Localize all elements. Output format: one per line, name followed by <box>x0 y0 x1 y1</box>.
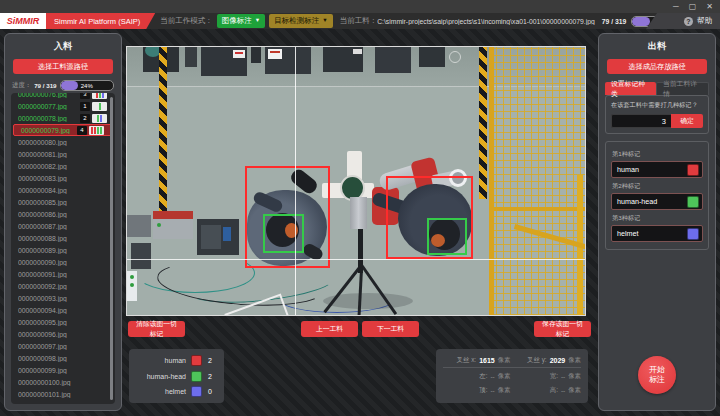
file-list-item[interactable]: 0000000078.jpg 2 <box>11 112 115 124</box>
file-list-item[interactable]: 0000000080.jpg <box>11 136 115 148</box>
legend-count: 2 <box>202 373 218 380</box>
box-height-value: -- <box>561 387 565 394</box>
mark-1-color-swatch[interactable] <box>687 164 699 176</box>
box-left-value: -- <box>490 373 494 380</box>
mark-3-name-input[interactable]: helmet <box>617 229 687 238</box>
mark-count-input[interactable]: 3 <box>611 114 671 128</box>
mark-2-name-input[interactable]: human-head <box>617 197 687 206</box>
file-name: 0000000077.jpg <box>18 103 80 110</box>
mark-3-label: 第3种标记 <box>612 214 702 223</box>
file-list-item[interactable]: 0000000098.jpg <box>11 352 115 364</box>
file-list-item[interactable]: 0000000094.jpg <box>11 304 115 316</box>
mark-1-row: human <box>611 161 703 178</box>
file-list-scrollbar[interactable] <box>110 97 113 400</box>
box-left-label: 左: <box>479 372 487 381</box>
file-list-item[interactable]: 0000000077.jpg 1 <box>11 100 115 112</box>
maximize-icon[interactable]: ▢ <box>689 1 697 12</box>
chevron-down-icon: ▼ <box>322 18 327 24</box>
mark-types-group: 第1种标记 human 第2种标记 human-head 第3种标记 helme… <box>605 141 709 250</box>
file-name: 0000000081.jpg <box>18 151 107 158</box>
annotation-box-human-head[interactable] <box>263 214 304 253</box>
pixel-unit: 像素 <box>498 386 511 395</box>
file-list-item[interactable]: 0000000093.jpg <box>11 292 115 304</box>
crosshair-vertical-line <box>295 47 296 315</box>
legend-label: human-head <box>135 373 191 380</box>
incoming-panel: 入料 选择工料源路径 进度： 79 / 319 24% 0000000076.j… <box>4 33 122 411</box>
legend-count: 2 <box>202 357 218 364</box>
file-list-item[interactable]: 0000000086.jpg <box>11 208 115 220</box>
file-name: 0000000076.jpg <box>18 93 80 98</box>
legend-label: human <box>135 357 191 364</box>
file-list-item[interactable]: 0000000084.jpg <box>11 184 115 196</box>
label-color-swatch <box>191 386 202 397</box>
box-width-label: 宽: <box>550 372 558 381</box>
file-name: 0000000098.jpg <box>18 355 107 362</box>
annotation-box-human-head[interactable] <box>427 218 467 255</box>
confirm-button[interactable]: 确定 <box>671 114 703 128</box>
file-list-item[interactable]: 0000000082.jpg <box>11 160 115 172</box>
file-list-item[interactable]: 0000000088.jpg <box>11 232 115 244</box>
prev-item-button[interactable]: 上一工料 <box>301 321 358 337</box>
file-name: 0000000091.jpg <box>18 271 107 278</box>
save-marks-button[interactable]: 保存该图一切标记 <box>534 321 591 337</box>
mode-object-detection-dropdown[interactable]: 目标检测标注 ▼ <box>269 14 332 28</box>
file-name: 0000000095.jpg <box>18 319 107 326</box>
annotation-count-badge: 2 <box>80 114 90 123</box>
tab-current-item-details[interactable]: 当前工料详情 <box>656 82 709 95</box>
file-list-item[interactable]: 0000000099.jpg <box>11 364 115 376</box>
start-annotation-button[interactable]: 开始 标注 <box>638 356 676 394</box>
annotation-count-badge: 1 <box>80 102 90 111</box>
file-list-item[interactable]: 0000000083.jpg <box>11 172 115 184</box>
pixel-unit: 像素 <box>568 356 581 365</box>
next-item-button[interactable]: 下一工料 <box>362 321 419 337</box>
file-list-item[interactable]: 00000000101.jpg <box>11 388 115 400</box>
annotation-count-badge: 3 <box>80 93 90 99</box>
file-name: 00000000100.jpg <box>18 379 107 386</box>
outgoing-panel: 出料 选择成品存放路径 设置标记种类 当前工料详情 在该套工料中需要打几种标记？… <box>598 33 716 411</box>
box-width-value: -- <box>561 373 565 380</box>
mark-3-color-swatch[interactable] <box>687 228 699 240</box>
file-list-item[interactable]: 0000000076.jpg 3 <box>11 93 115 100</box>
help-icon[interactable]: ? <box>684 17 693 26</box>
file-list-item[interactable]: 0000000079.jpg 4 <box>13 124 113 136</box>
file-list-item[interactable]: 0000000095.jpg <box>11 316 115 328</box>
mark-1-name-input[interactable]: human <box>617 165 687 174</box>
select-output-path-button[interactable]: 选择成品存放路径 <box>607 59 707 74</box>
file-list-item[interactable]: 0000000092.jpg <box>11 280 115 292</box>
file-name: 0000000094.jpg <box>18 307 107 314</box>
minimize-icon[interactable]: ─ <box>673 1 679 12</box>
brand-logo: SiMMIR <box>0 13 46 29</box>
label-legend: human 2 human-head 2 helmet 0 <box>129 349 224 403</box>
file-list-item[interactable]: 0000000089.jpg <box>11 244 115 256</box>
file-list-item[interactable]: 0000000096.jpg <box>11 328 115 340</box>
file-list-item[interactable]: 00000000100.jpg <box>11 376 115 388</box>
incoming-panel-title: 入料 <box>5 40 121 53</box>
file-name: 0000000092.jpg <box>18 283 107 290</box>
progress-percent: 24% <box>61 81 113 90</box>
file-name: 00000000101.jpg <box>18 391 107 398</box>
box-top-value: -- <box>490 387 494 394</box>
mark-2-label: 第2种标记 <box>612 182 702 191</box>
help-label[interactable]: 帮助 <box>697 16 712 26</box>
file-list-item[interactable]: 0000000087.jpg <box>11 220 115 232</box>
file-list-item[interactable]: 0000000097.jpg <box>11 340 115 352</box>
crosshair-x-value: 1615 <box>479 357 495 364</box>
file-name: 0000000093.jpg <box>18 295 107 302</box>
select-source-path-button[interactable]: 选择工料源路径 <box>13 59 113 74</box>
close-icon[interactable]: ✕ <box>706 1 713 12</box>
image-canvas[interactable] <box>126 46 586 316</box>
label-color-swatch <box>191 371 202 382</box>
file-list-item[interactable]: 0000000081.jpg <box>11 148 115 160</box>
file-list-item[interactable]: 0000000085.jpg <box>11 196 115 208</box>
legend-label: helmet <box>135 388 191 395</box>
mark-2-color-swatch[interactable] <box>687 196 699 208</box>
mode-image-annotation-dropdown[interactable]: 图像标注 ▼ <box>217 14 265 28</box>
file-name: 0000000090.jpg <box>18 259 107 266</box>
file-list-item[interactable]: 0000000091.jpg <box>11 268 115 280</box>
work-mode-label: 当前工作模式： <box>160 16 213 26</box>
clear-marks-button[interactable]: 清除该图一切标记 <box>128 321 185 337</box>
file-name: 0000000083.jpg <box>18 175 107 182</box>
tab-set-mark-types[interactable]: 设置标记种类 <box>605 82 656 95</box>
mark-count-group: 在该套工料中需要打几种标记？ 3 确定 <box>605 95 709 134</box>
file-list-item[interactable]: 0000000090.jpg <box>11 256 115 268</box>
